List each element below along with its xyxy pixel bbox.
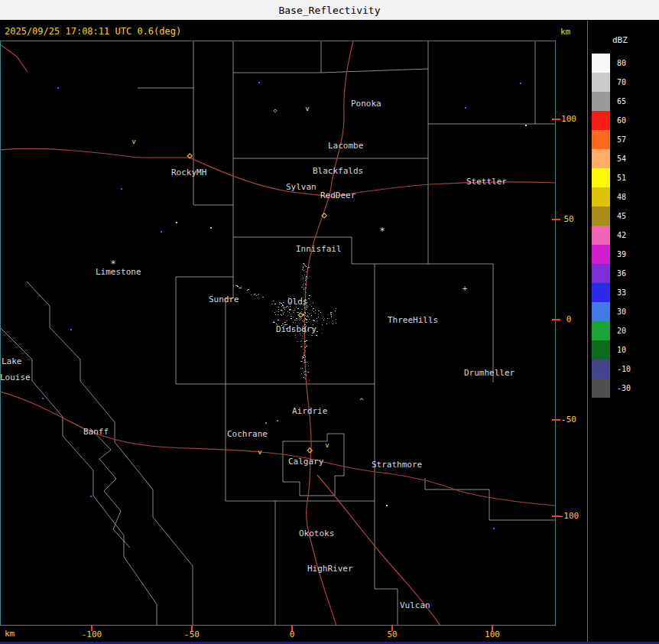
- legend-value-label: 45: [617, 212, 626, 220]
- legend-value-label: 51: [617, 174, 626, 182]
- map-speck: [465, 107, 466, 109]
- map-speck: [57, 87, 59, 89]
- highway-top-left-segment: [0, 44, 28, 72]
- legend-value-label: 33: [617, 288, 626, 297]
- right-axis-tick-label: 0: [557, 314, 580, 324]
- city-label: Stettler: [466, 177, 507, 187]
- map-speck: [42, 398, 44, 399]
- right-axis-tick-label: -50: [557, 415, 580, 424]
- radar-echoes: [233, 263, 336, 381]
- city-label: Vulcan: [400, 600, 430, 610]
- legend-color-swatch: [592, 168, 610, 187]
- city-label: Louise: [0, 372, 31, 382]
- map-symbol-marker: +: [463, 285, 467, 293]
- legend-color-swatch: [592, 226, 610, 245]
- legend-color-swatch: [592, 187, 610, 207]
- map-symbol-marker: v: [131, 138, 135, 145]
- legend-color-swatch: [592, 283, 610, 302]
- bottom-axis-tick-label: -100: [76, 629, 107, 639]
- city-label: Didsbury: [276, 324, 317, 334]
- legend-level-row: 51: [592, 168, 659, 187]
- map-specks: [42, 82, 527, 529]
- city-label: Sundre: [209, 294, 239, 304]
- legend-color-swatch: [592, 73, 610, 92]
- station-diamond-marker: ◇: [297, 309, 304, 320]
- legend-level-row: 48: [592, 187, 659, 207]
- station-diamond-marker: ◇: [321, 210, 327, 220]
- panel-divider: [587, 21, 588, 644]
- city-label: Lacombe: [328, 141, 363, 151]
- bottom-axis-tick-label: -50: [177, 629, 207, 639]
- radar-app-window: Base_Reflectivity 2025/09/25 17:08:11 UT…: [0, 0, 659, 644]
- dbz-legend-levels: 80706560575451484542393633302010-10-30: [589, 54, 659, 398]
- legend-value-label: -30: [617, 384, 631, 392]
- city-label: Cochrane: [227, 429, 268, 439]
- city-label: Calgary: [288, 457, 324, 467]
- city-label: Blackfalds: [313, 166, 363, 176]
- legend-value-label: 48: [617, 193, 626, 201]
- right-axis-tick-label: -100: [557, 511, 580, 521]
- city-label: Olds: [287, 297, 308, 307]
- mountain-park-boundary: [0, 281, 193, 626]
- legend-title: dBZ: [612, 35, 659, 45]
- legend-level-row: 39: [592, 245, 659, 264]
- map-speck: [525, 125, 527, 126]
- bottom-axis-tick-label: 0: [277, 629, 307, 639]
- trans-canada-highway: [0, 392, 556, 506]
- bottom-axis-unit: km: [5, 629, 15, 639]
- legend-level-row: 60: [592, 111, 659, 130]
- map-speck: [121, 188, 122, 190]
- legend-value-label: 70: [617, 78, 626, 86]
- legend-level-row: 10: [592, 340, 659, 359]
- legend-value-label: 60: [617, 116, 626, 125]
- legend-value-label: 39: [617, 250, 626, 259]
- legend-value-label: 30: [617, 307, 626, 316]
- right-axis-tick-label: 100: [557, 114, 580, 124]
- map-symbol-marker: v: [258, 448, 261, 456]
- right-axis: 100500-50-100: [552, 0, 589, 644]
- legend-color-swatch: [592, 111, 610, 130]
- legend-color-swatch: [592, 130, 610, 149]
- legend-value-label: 80: [617, 59, 626, 67]
- map-speck: [176, 222, 177, 223]
- city-label: Banff: [83, 427, 109, 437]
- legend-color-swatch: [592, 245, 610, 264]
- city-label: Drumheller: [464, 368, 515, 378]
- bottom-axis-tick-label: 100: [477, 629, 508, 639]
- legend-color-swatch: [592, 92, 610, 111]
- map-speck: [265, 422, 267, 424]
- legend-value-label: -10: [617, 365, 631, 373]
- legend-color-swatch: [592, 379, 610, 398]
- highway-11-east-west: [0, 148, 556, 197]
- legend-value-label: 57: [617, 135, 626, 144]
- city-label: Lake: [2, 356, 22, 366]
- station-diamond-marker: ◇: [274, 107, 278, 114]
- map-speck: [70, 329, 72, 330]
- legend-level-row: 36: [592, 264, 659, 283]
- station-diamond-marker: ◇: [307, 444, 313, 455]
- station-diamond-marker: ◇: [187, 150, 193, 161]
- city-label: ThreeHills: [388, 315, 438, 325]
- legend-color-swatch: [592, 321, 610, 340]
- legend-level-row: 45: [592, 207, 659, 226]
- city-label: Innisfail: [296, 244, 342, 254]
- city-label: Ponoka: [351, 99, 381, 109]
- legend-level-row: 33: [592, 283, 659, 302]
- map-symbol-marker: v: [305, 105, 309, 112]
- legend-value-label: 54: [617, 154, 626, 163]
- map-speck: [210, 227, 212, 229]
- legend-level-row: 54: [592, 149, 659, 168]
- radar-map-canvas[interactable]: ◇◇◇◇vvvv◇**+^ PonokaLacombeBlackfaldsSyl…: [0, 0, 557, 644]
- map-speck: [277, 420, 278, 421]
- legend-level-row: 65: [592, 92, 659, 111]
- legend-level-row: 70: [592, 73, 659, 92]
- legend-color-swatch: [592, 54, 610, 73]
- map-symbol-marker: v: [325, 441, 329, 449]
- city-label: RockyMH: [171, 168, 206, 177]
- right-axis-tick-label: 50: [557, 214, 580, 224]
- city-label: Okotoks: [299, 529, 334, 538]
- map-symbol-marker: ^: [359, 397, 364, 405]
- legend-color-swatch: [592, 207, 610, 226]
- legend-color-swatch: [592, 264, 610, 283]
- city-labels: PonokaLacombeBlackfaldsSylvanRedDeerStet…: [0, 99, 515, 610]
